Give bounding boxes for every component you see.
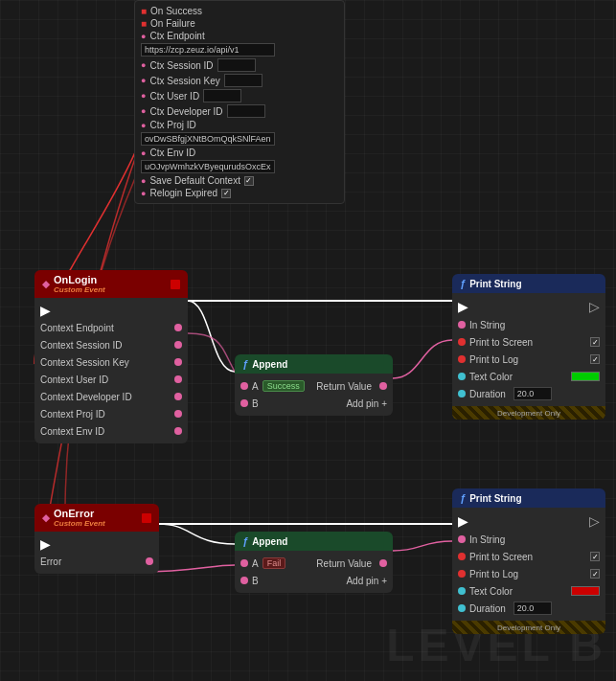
on-failure-label: On Failure [150,18,195,29]
print1-log-checkbox[interactable]: ✓ [590,354,600,364]
append2-pin-a: A Fail Return Value [235,555,393,572]
print2-color-swatch[interactable] [571,586,600,596]
append1-pin-b: B Add pin + [235,395,393,412]
ctx-proj-id-row: ● Ctx Proj ID [141,119,338,131]
print1-in-string: In String [452,316,605,333]
print2-screen-checkbox[interactable]: ✓ [590,552,600,561]
onerror-error-pin: Error [34,553,159,570]
print2-body: ▶ ▷ In String Print to Screen ✓ Print to… [452,508,605,621]
print2-exec: ▶ ▷ [452,511,605,531]
append1-add-pin[interactable]: Add pin + [346,398,387,409]
ctx-developer-id-input[interactable] [227,104,265,118]
onerror-subtitle: Custom Event [54,519,105,528]
on-success-label: On Success [150,6,202,16]
onlogin-ctx-session-key: Context Session Key [34,353,188,371]
print2-in-string: In String [452,531,605,548]
append2-pin-b: B Add pin + [235,572,393,589]
print2-dev-only: Development Only [452,621,605,634]
append2-title: Append [252,536,287,547]
print2-header: ƒ Print String [452,488,605,508]
ctx-developer-id-label: Ctx Developer ID [149,106,222,117]
ctx-env-id-label: Ctx Env ID [149,148,195,158]
relogin-checkbox[interactable]: ✓ [221,189,231,198]
ctx-session-key-input[interactable] [224,74,262,87]
ctx-endpoint-value-row[interactable] [141,42,338,57]
print1-title: Print String [469,279,521,289]
relogin-row: ● Relogin Expired ✓ [141,187,338,199]
print1-exec: ▶ ▷ [452,297,605,316]
append2-header: ƒ Append [235,532,393,551]
print2-title: Print String [469,493,521,504]
append1-value-a: Success [262,380,305,392]
append2-value-a: Fail [262,557,286,569]
onerror-node: ◆ OnError Custom Event ▶ Error [34,504,159,574]
save-default-checkbox[interactable]: ✓ [244,176,254,186]
print1-color-swatch[interactable] [571,372,600,381]
onlogin-ctx-user-id: Context User ID [34,371,188,388]
onlogin-ctx-developer-id: Context Developer ID [34,388,188,405]
print2-duration-input[interactable] [513,602,552,615]
onerror-exec-row: ▶ [34,535,159,553]
ctx-endpoint-input[interactable] [141,43,275,57]
ctx-proj-id-input[interactable] [141,132,275,146]
print2-print-to-log: Print to Log ✓ [452,565,605,582]
ctx-session-id-row: ● Ctx Session ID [141,57,338,73]
ctx-endpoint-row: ● Ctx Endpoint [141,30,338,42]
save-default-label: Save Default Context [149,175,240,186]
print2-log-checkbox[interactable]: ✓ [590,569,600,579]
onlogin-ctx-env-id: Context Env ID [34,422,188,440]
ctx-session-id-label: Ctx Session ID [149,60,213,71]
ctx-endpoint-label: Ctx Endpoint [149,31,204,41]
print1-screen-checkbox[interactable]: ✓ [590,337,600,347]
print1-header: ƒ Print String [452,274,605,293]
append1-header: ƒ Append [235,354,393,374]
onerror-body: ▶ Error [34,532,159,574]
on-success-row: ■ On Success [141,5,338,17]
ctx-session-id-input[interactable] [217,58,256,72]
onlogin-ctx-session-id: Context Session ID [34,336,188,353]
onlogin-header: ◆ OnLogin Custom Event [34,270,188,298]
append1-node: ƒ Append A Success Return Value B Add pi… [235,354,393,416]
print1-body: ▶ ▷ In String Print to Screen ✓ Print to… [452,293,605,406]
print1-node: ƒ Print String ▶ ▷ In String Print to Sc… [452,274,605,420]
append2-node: ƒ Append A Fail Return Value B Add pin + [235,532,393,593]
ctx-session-key-label: Ctx Session Key [149,76,219,86]
print2-duration: Duration [452,600,605,617]
ctx-env-id-row: ● Ctx Env ID [141,147,338,159]
onlogin-node: ◆ OnLogin Custom Event ▶ Context Endpoin… [34,270,188,443]
print1-duration: Duration [452,385,605,402]
print1-text-color: Text Color [452,368,605,385]
print1-duration-input[interactable] [513,387,552,400]
onlogin-ctx-proj-id: Context Proj ID [34,405,188,422]
on-failure-row: ■ On Failure [141,17,338,30]
ctx-user-id-label: Ctx User ID [149,91,199,102]
append1-title: Append [252,359,287,370]
onlogin-title: OnLogin [54,274,105,285]
print2-node: ƒ Print String ▶ ▷ In String Print to Sc… [452,488,605,634]
onerror-header: ◆ OnError Custom Event [34,504,159,532]
ctx-env-id-input[interactable] [141,160,275,173]
onlogin-exec-row: ▶ [34,302,188,319]
print1-dev-only: Development Only [452,406,605,420]
ctx-user-id-row: ● Ctx User ID [141,88,338,103]
relogin-label: Relogin Expired [149,188,217,198]
append2-body: A Fail Return Value B Add pin + [235,551,393,593]
print1-print-to-log: Print to Log ✓ [452,351,605,368]
append1-pin-a: A Success Return Value [235,377,393,395]
onlogin-subtitle: Custom Event [54,285,105,294]
onlogin-ctx-endpoint: Context Endpoint [34,319,188,336]
print2-print-to-screen: Print to Screen ✓ [452,548,605,565]
ctx-user-id-input[interactable] [203,89,241,102]
onlogin-body: ▶ Context Endpoint Context Session ID Co… [34,298,188,443]
ctx-session-key-row: ● Ctx Session Key [141,73,338,88]
context-panel: ■ On Success ■ On Failure ● Ctx Endpoint… [134,0,345,204]
append2-add-pin[interactable]: Add pin + [346,576,387,586]
print2-text-color: Text Color [452,582,605,600]
onerror-title: OnError [54,508,105,519]
ctx-proj-id-label: Ctx Proj ID [149,120,195,130]
print1-print-to-screen: Print to Screen ✓ [452,333,605,351]
save-default-row: ● Save Default Context ✓ [141,174,338,187]
append1-body: A Success Return Value B Add pin + [235,374,393,416]
ctx-developer-id-row: ● Ctx Developer ID [141,103,338,119]
